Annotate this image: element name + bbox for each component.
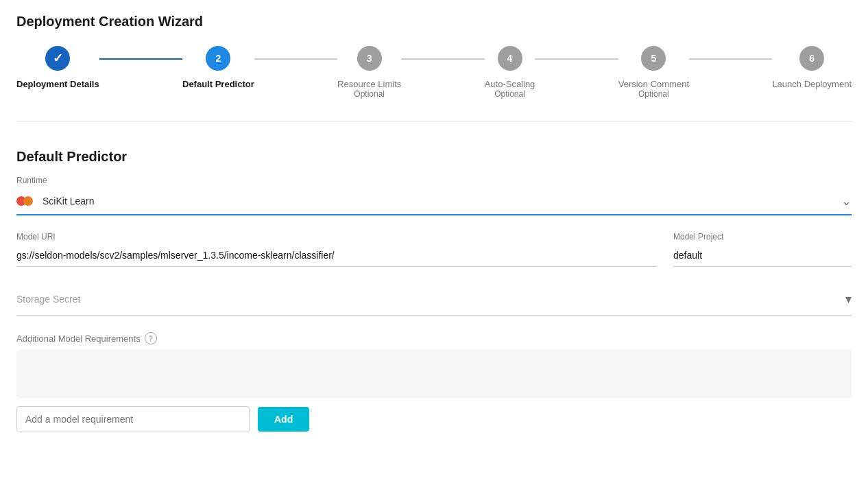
help-icon[interactable]: ?: [145, 332, 157, 344]
step-2-circle: 2: [206, 46, 230, 71]
model-uri-label: Model URI: [16, 232, 657, 242]
step-5-number: 5: [651, 53, 656, 64]
requirement-input[interactable]: [16, 406, 250, 432]
step-1[interactable]: ✓ Deployment Details: [16, 46, 99, 89]
step-4-number: 4: [507, 53, 513, 64]
connector-5-6: [689, 58, 772, 60]
step-2[interactable]: 2 Default Predictor: [182, 46, 254, 89]
page-title: Deployment Creation Wizard: [16, 14, 852, 30]
connector-4-5: [535, 58, 618, 60]
step-3[interactable]: 3 Resource Limits Optional: [337, 46, 401, 99]
step-4-sublabel: Optional: [485, 89, 535, 99]
step-4-circle: 4: [498, 46, 522, 71]
add-requirement-row: Add: [16, 406, 852, 432]
step-5-circle: 5: [641, 46, 666, 71]
model-uri-group: Model URI gs://seldon-models/scv2/sample…: [16, 232, 657, 267]
model-project-value: default: [673, 244, 852, 267]
model-project-group: Model Project default: [673, 232, 852, 267]
step-2-label: Default Predictor: [182, 79, 254, 89]
stepper: ✓ Deployment Details 2 Default Predictor…: [16, 46, 852, 99]
chevron-down-icon: ⌄: [841, 193, 852, 209]
scikit-icon: [16, 193, 36, 209]
connector-2-3: [254, 58, 337, 60]
requirements-list: [16, 350, 852, 398]
section-title: Default Predictor: [16, 149, 852, 165]
model-uri-value: gs://seldon-models/scv2/samples/mlserver…: [16, 244, 657, 267]
page-container: Deployment Creation Wizard ✓ Deployment …: [0, 0, 868, 481]
runtime-label: Runtime: [16, 176, 852, 185]
step-6-number: 6: [809, 53, 815, 64]
model-uri-project-row: Model URI gs://seldon-models/scv2/sample…: [16, 232, 852, 267]
step-1-label: Deployment Details: [16, 79, 99, 89]
step-6[interactable]: 6 Launch Deployment: [772, 46, 852, 89]
runtime-value: SciKit Learn: [43, 196, 94, 207]
storage-secret-chevron-icon: ▾: [845, 292, 852, 307]
additional-req-text: Additional Model Requirements: [16, 333, 141, 344]
icon-circle-amber: [23, 196, 33, 206]
divider: [16, 121, 852, 121]
step-6-circle: 6: [799, 46, 824, 71]
step-1-circle: ✓: [45, 46, 70, 71]
form-section: Default Predictor Runtime SciKit Learn ⌄…: [16, 138, 852, 443]
checkmark-icon: ✓: [53, 51, 63, 66]
model-project-label: Model Project: [673, 232, 852, 242]
step-5[interactable]: 5 Version Comment Optional: [618, 46, 689, 99]
step-5-label: Version Comment: [618, 79, 689, 89]
additional-req-label-row: Additional Model Requirements ?: [16, 332, 852, 344]
step-4-label: Auto-Scaling: [485, 79, 535, 89]
step-3-sublabel: Optional: [337, 89, 401, 99]
runtime-select[interactable]: SciKit Learn ⌄: [16, 188, 852, 215]
step-4[interactable]: 4 Auto-Scaling Optional: [485, 46, 535, 99]
footer-actions: CANCEL BACK NEXT: [16, 471, 852, 481]
step-3-label: Resource Limits: [337, 79, 401, 89]
step-6-label: Launch Deployment: [772, 79, 852, 89]
storage-secret-select[interactable]: Storage Secret ▾: [16, 283, 852, 316]
step-5-sublabel: Optional: [618, 89, 689, 99]
step-2-number: 2: [215, 53, 221, 64]
step-3-circle: 3: [357, 46, 382, 71]
connector-3-4: [401, 58, 484, 60]
connector-1-2: [99, 58, 182, 60]
storage-secret-label: Storage Secret: [16, 294, 80, 305]
step-3-number: 3: [367, 53, 372, 64]
add-requirement-button[interactable]: Add: [258, 407, 309, 432]
